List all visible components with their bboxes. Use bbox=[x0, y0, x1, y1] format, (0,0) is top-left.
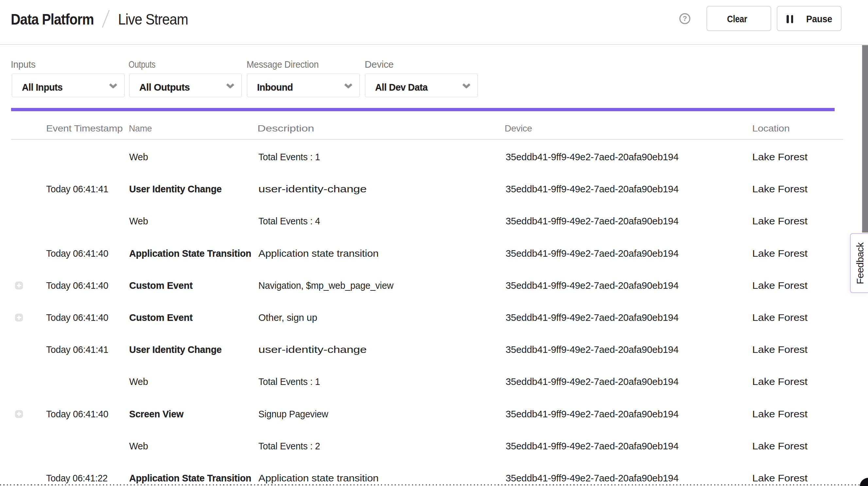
svg-text:?: ? bbox=[683, 14, 687, 23]
